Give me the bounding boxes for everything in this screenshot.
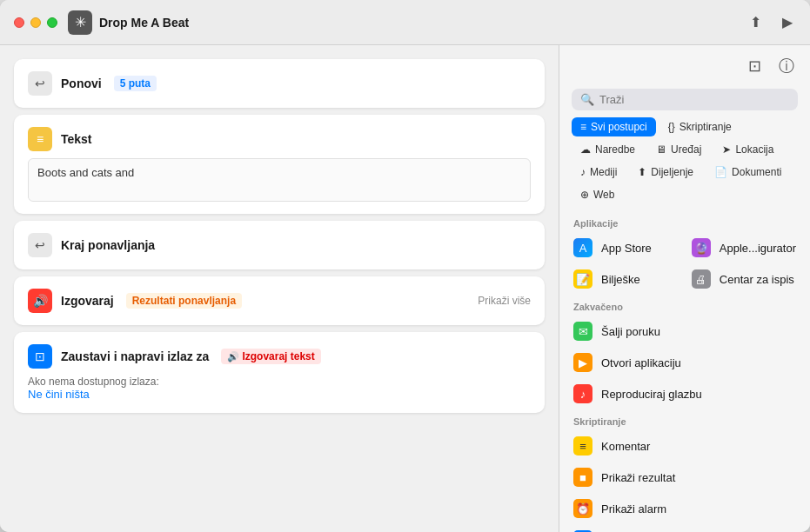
stop-link[interactable]: Ne čini ništa (28, 388, 90, 401)
stop-icon: ⊡ (28, 344, 52, 369)
speak-title: Izgovaraj (61, 294, 114, 308)
tab-lokacija-label: Lokacija (735, 143, 773, 156)
app-store-label: App Store (601, 242, 652, 255)
action-biljeznica[interactable]: 📝 Bilješke (559, 263, 678, 295)
tab-naredbe-label: Naredbe (595, 143, 635, 156)
stop-card: ⊡ Zaustavi i napravi izlaz za 🔊 Izgovara… (14, 332, 545, 413)
uredaj-icon: 🖥 (656, 143, 666, 156)
share-icon: ⬆ (750, 14, 761, 30)
action-pitaj-unos[interactable]: ? Pitaj za unos (559, 524, 810, 532)
tab-dijeljenje[interactable]: ⬆ Dijeljenje (629, 163, 702, 182)
otvori-aplikaciju-icon: ▶ (573, 353, 592, 372)
text-body[interactable]: Boots and cats and (28, 158, 531, 202)
lokacija-icon: ➤ (722, 143, 731, 156)
search-icon: 🔍 (580, 93, 594, 106)
minimize-button[interactable] (30, 17, 41, 28)
repeat-title: Ponovi (61, 76, 102, 90)
speak-badge[interactable]: Rezultati ponavljanja (126, 293, 242, 309)
naredbe-icon: ☁ (580, 143, 591, 156)
otvori-aplikaciju-label: Otvori aplikaciju (601, 356, 681, 369)
action-app-store[interactable]: A App Store (559, 232, 678, 263)
salji-poruku-label: Šalji poruku (601, 325, 660, 338)
apple-igurator-label: Apple...igurator (720, 242, 796, 255)
tab-skriptiranje[interactable]: {} Skriptiranje (659, 117, 740, 136)
play-icon: ▶ (782, 14, 793, 30)
text-icon: ≡ (28, 127, 52, 151)
section-aplikacije: Aplikacije (559, 211, 810, 232)
section-zakvaceno: Zakvačeno (559, 295, 810, 316)
category-tabs: ≡ Svi postupci {} Skriptiranje ☁ Naredbe… (559, 117, 810, 211)
show-more[interactable]: Prikaži više (478, 295, 531, 307)
maximize-button[interactable] (47, 17, 57, 28)
tab-skriptiranje-label: Skriptiranje (679, 121, 732, 133)
add-shortcut-button[interactable]: ⊡ (745, 52, 765, 80)
tab-uredaj[interactable]: 🖥 Uređaj (647, 140, 710, 159)
stop-subtext-label: Ako nema dostupnog izlaza: (28, 376, 531, 388)
traffic-lights (14, 17, 57, 28)
search-input[interactable] (599, 93, 789, 106)
close-button[interactable] (14, 17, 24, 28)
apple-igurator-icon: 🔮 (692, 238, 711, 257)
app-store-icon: A (573, 238, 592, 257)
skriptiranje-icon: {} (668, 121, 675, 133)
repeat-card-header: ↩ Ponovi 5 puta (28, 71, 531, 96)
action-centar-ispis[interactable]: 🖨 Centar za ispis (678, 263, 810, 295)
end-repeat-title: Kraj ponavljanja (61, 238, 155, 252)
dokumenti-icon: 📄 (714, 166, 727, 178)
share-button[interactable]: ⬆ (746, 10, 765, 34)
action-otvori-aplikaciju[interactable]: ▶ Otvori aplikaciju (559, 347, 810, 378)
mediji-icon: ♪ (580, 166, 586, 178)
speak-card-header: 🔊 Izgovaraj Rezultati ponavljanja Prikaž… (28, 289, 531, 313)
tab-web[interactable]: ⊕ Web (572, 185, 623, 204)
speak-card: 🔊 Izgovaraj Rezultati ponavljanja Prikaž… (14, 276, 545, 325)
svi-postupci-icon: ≡ (580, 121, 586, 133)
tab-mediji-label: Mediji (590, 166, 617, 178)
repeat-badge[interactable]: 5 puta (114, 76, 157, 91)
tab-uredaj-label: Uređaj (671, 143, 701, 156)
text-card: ≡ Tekst Boots and cats and (14, 115, 545, 214)
tab-svi-postupci[interactable]: ≡ Svi postupci (572, 117, 656, 136)
stop-badge-label: Izgovaraj tekst (242, 350, 314, 362)
app-title: Drop Me A Beat (99, 16, 746, 30)
info-button[interactable]: ⓘ (775, 52, 798, 80)
app-window: ✳ Drop Me A Beat ⬆ ▶ ↩ Ponovi 5 puta (0, 0, 810, 532)
prikazi-alarm-label: Prikaži alarm (601, 502, 666, 515)
text-content: Boots and cats and (37, 166, 521, 179)
stop-badge[interactable]: 🔊 Izgovaraj tekst (221, 349, 320, 364)
tab-dokumenti-label: Dokumenti (732, 166, 781, 178)
tab-lokacija[interactable]: ➤ Lokacija (713, 140, 782, 159)
app-icon: ✳ (68, 10, 92, 35)
titlebar: ✳ Drop Me A Beat ⬆ ▶ (0, 0, 810, 45)
search-bar: 🔍 (572, 89, 798, 110)
tab-mediji[interactable]: ♪ Mediji (572, 163, 626, 182)
reproduciraj-glazbu-label: Reproduciraj glazbu (601, 388, 702, 401)
tab-dijeljenje-label: Dijeljenje (651, 166, 693, 178)
tab-dokumenti[interactable]: 📄 Dokumenti (706, 163, 790, 182)
action-prikazi-alarm[interactable]: ⏰ Prikaži alarm (559, 493, 810, 524)
prikazi-rezultat-label: Prikaži rezultat (601, 471, 675, 484)
prikazi-alarm-icon: ⏰ (573, 499, 592, 518)
salji-poruku-icon: ✉ (573, 322, 592, 341)
biljeznica-label: Bilješke (601, 273, 640, 286)
centar-ispis-icon: 🖨 (692, 269, 711, 289)
text-card-header: ≡ Tekst (28, 127, 531, 151)
aplikacije-grid: A App Store 🔮 Apple...igurator 📝 Bilješk… (559, 232, 810, 295)
action-prikazati-rezultat[interactable]: ■ Prikaži rezultat (559, 462, 810, 493)
centar-ispis-label: Centar za ispis (720, 273, 794, 286)
action-komentar[interactable]: ≡ Komentar (559, 430, 810, 462)
komentar-icon: ≡ (573, 436, 592, 456)
end-repeat-icon: ↩ (28, 233, 52, 257)
speak-icon: 🔊 (28, 289, 52, 313)
tab-naredbe[interactable]: ☁ Naredbe (572, 140, 644, 159)
stop-subtext: Ako nema dostupnog izlaza: Ne čini ništa (28, 376, 531, 401)
end-repeat-header: ↩ Kraj ponavljanja (28, 233, 531, 257)
action-salji-poruku[interactable]: ✉ Šalji poruku (559, 316, 810, 347)
action-reproduciraj-glazbu[interactable]: ♪ Reproduciraj glazbu (559, 378, 810, 409)
repeat-icon: ↩ (28, 71, 52, 96)
main-content: ↩ Ponovi 5 puta ≡ Tekst Boots and cats a… (0, 45, 810, 532)
actions-list: Aplikacije A App Store 🔮 Apple...igurato… (559, 211, 810, 532)
dijeljenje-icon: ⬆ (638, 166, 646, 178)
end-repeat-card: ↩ Kraj ponavljanja (14, 221, 545, 269)
action-apple-igurator[interactable]: 🔮 Apple...igurator (678, 232, 810, 263)
play-button[interactable]: ▶ (779, 10, 796, 34)
